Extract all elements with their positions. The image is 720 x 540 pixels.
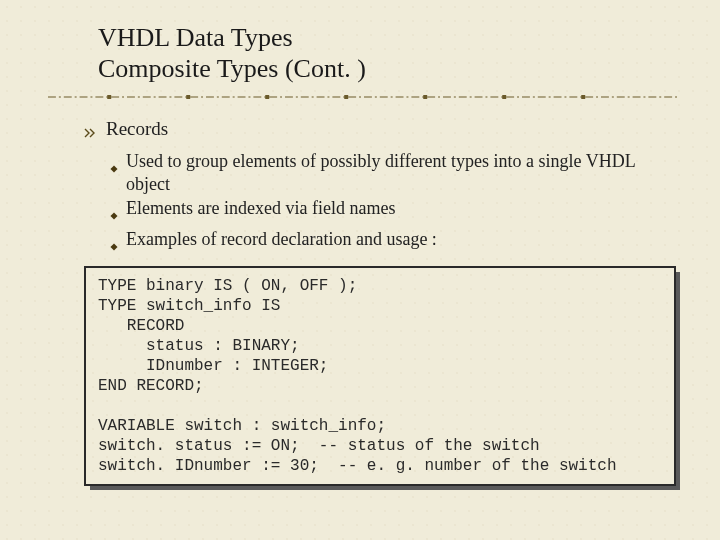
svg-rect-6 bbox=[502, 95, 506, 99]
diamond-bullet-icon bbox=[110, 156, 120, 179]
records-label: Records bbox=[106, 118, 168, 140]
title-line-2: Composite Types (Cont. ) bbox=[98, 54, 366, 83]
svg-rect-3 bbox=[265, 95, 269, 99]
subitem-3-text: Examples of record declaration and usage… bbox=[126, 228, 437, 251]
svg-rect-10 bbox=[110, 243, 117, 250]
slide: VHDL Data Types Composite Types (Cont. )… bbox=[0, 0, 720, 540]
slide-title: VHDL Data Types Composite Types (Cont. ) bbox=[98, 22, 680, 84]
code-box-wrap: TYPE binary IS ( ON, OFF ); TYPE switch_… bbox=[84, 266, 676, 486]
svg-rect-7 bbox=[581, 95, 585, 99]
svg-rect-9 bbox=[110, 213, 117, 220]
code-box: TYPE binary IS ( ON, OFF ); TYPE switch_… bbox=[84, 266, 676, 486]
subitem-1: Used to group elements of possibly diffe… bbox=[110, 150, 680, 195]
double-chevron-icon bbox=[84, 122, 98, 144]
svg-rect-2 bbox=[186, 95, 190, 99]
svg-rect-4 bbox=[344, 95, 348, 99]
subitem-2: Elements are indexed via field names bbox=[110, 197, 680, 226]
diamond-bullet-icon bbox=[110, 203, 120, 226]
subitem-1-text: Used to group elements of possibly diffe… bbox=[126, 150, 680, 195]
diamond-bullet-icon bbox=[110, 234, 120, 257]
bullet-records: Records bbox=[84, 118, 680, 144]
divider bbox=[48, 94, 680, 100]
divider-line-icon bbox=[48, 94, 680, 100]
content-area: Records Used to group elements of possib… bbox=[84, 118, 680, 486]
svg-rect-8 bbox=[110, 166, 117, 173]
subitem-2-text: Elements are indexed via field names bbox=[126, 197, 395, 220]
title-line-1: VHDL Data Types bbox=[98, 23, 293, 52]
subitem-3: Examples of record declaration and usage… bbox=[110, 228, 680, 257]
svg-rect-1 bbox=[107, 95, 111, 99]
svg-rect-5 bbox=[423, 95, 427, 99]
